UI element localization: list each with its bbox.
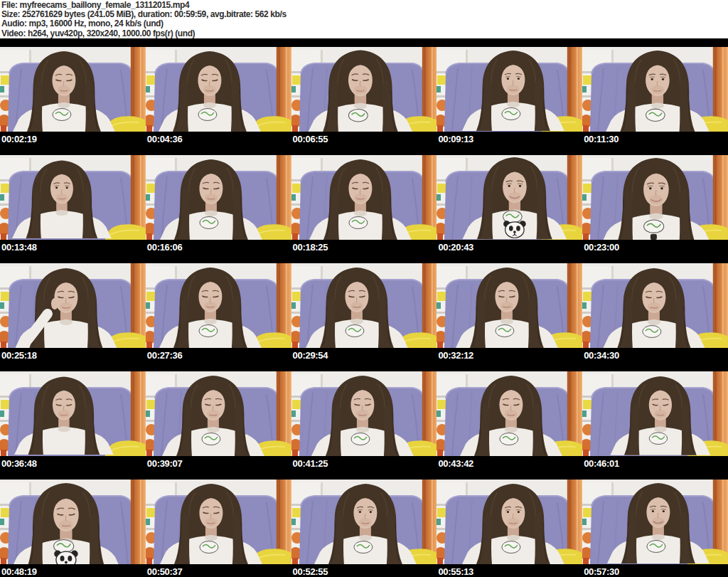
video-frame-thumbnail [146, 263, 291, 348]
video-frame-cell: 00:57:30 [582, 480, 728, 577]
meta-value-size: 252761629 bytes (241.05 MiB), duration: … [22, 9, 287, 19]
frame-timestamp: 00:48:19 [0, 564, 146, 577]
video-frame-cell: 00:04:36 [146, 47, 291, 155]
video-frame-thumbnail [0, 371, 146, 456]
video-frame-cell: 00:34:30 [582, 263, 728, 371]
frame-timestamp: 00:20:43 [437, 240, 582, 263]
frame-timestamp: 00:57:30 [582, 564, 728, 577]
video-frame-cell: 00:50:37 [146, 480, 291, 577]
meta-label-file: File: [1, 0, 18, 10]
frame-timestamp: 00:36:48 [0, 456, 146, 480]
video-frame-thumbnail [291, 480, 437, 564]
frame-timestamp: 00:32:12 [437, 348, 582, 371]
video-frame-thumbnail [146, 371, 291, 456]
frame-timestamp: 00:04:36 [146, 132, 291, 155]
video-frame-cell: 00:09:13 [437, 47, 582, 155]
meta-label-audio: Audio: [1, 18, 27, 28]
video-frame-thumbnail [0, 480, 146, 564]
frame-timestamp: 00:50:37 [146, 564, 291, 577]
frame-timestamp: 00:41:25 [291, 456, 437, 480]
frame-timestamp: 00:09:13 [437, 132, 582, 155]
video-frame-thumbnail [146, 47, 291, 132]
meta-value-audio: mp3, 16000 Hz, mono, 24 kb/s (und) [29, 18, 164, 28]
video-frame-thumbnail [0, 155, 146, 240]
frame-timestamp: 00:46:01 [582, 456, 728, 480]
frame-timestamp: 00:34:30 [582, 348, 728, 371]
frame-timestamp: 00:27:36 [146, 348, 291, 371]
video-frame-cell: 00:32:12 [437, 263, 582, 371]
video-frame-cell: 00:13:48 [0, 155, 146, 263]
video-frame-cell: 00:29:54 [291, 263, 437, 371]
frame-timestamp: 00:13:48 [0, 240, 146, 263]
video-frame-cell: 00:02:19 [0, 47, 146, 155]
video-frame-thumbnail [582, 371, 728, 456]
frame-timestamp: 00:18:25 [291, 240, 437, 263]
video-frame-cell: 00:43:42 [437, 371, 582, 480]
frame-timestamp: 00:43:42 [437, 456, 582, 480]
video-frame-thumbnail [582, 263, 728, 348]
meta-label-video: Video: [1, 28, 26, 38]
video-frame-cell: 00:52:55 [291, 480, 437, 577]
video-frame-thumbnail [146, 480, 291, 564]
video-frame-cell: 00:23:00 [582, 155, 728, 263]
video-frame-cell: 00:06:55 [291, 47, 437, 155]
frame-timestamp: 00:16:06 [146, 240, 291, 263]
meta-value-video: h264, yuv420p, 320x240, 1000.00 fps(r) (… [28, 28, 195, 38]
meta-line-video: Video: h264, yuv420p, 320x240, 1000.00 f… [1, 29, 725, 38]
thumbnail-sheet: File: myfreecams_baillony_female_1311201… [0, 0, 728, 577]
video-frame-cell: 00:36:48 [0, 371, 146, 480]
video-frame-thumbnail [437, 155, 582, 240]
frame-timestamp: 00:02:19 [0, 132, 146, 155]
video-frame-thumbnail [437, 480, 582, 564]
frame-timestamp: 00:23:00 [582, 240, 728, 263]
frame-timestamp: 00:11:30 [582, 132, 728, 155]
video-frame-cell: 00:48:19 [0, 480, 146, 577]
frame-timestamp: 00:55:13 [437, 564, 582, 577]
video-frame-thumbnail [291, 155, 437, 240]
video-frame-thumbnail [0, 263, 146, 348]
video-frame-cell: 00:16:06 [146, 155, 291, 263]
video-frame-thumbnail [437, 371, 582, 456]
video-frame-thumbnail [437, 47, 582, 132]
video-frame-cell: 00:39:07 [146, 371, 291, 480]
meta-value-file: myfreecams_baillony_female_13112015.mp4 [20, 0, 190, 10]
video-frame-cell: 00:46:01 [582, 371, 728, 480]
frame-timestamp: 00:29:54 [291, 348, 437, 371]
video-frame-cell: 00:11:30 [582, 47, 728, 155]
video-frame-cell: 00:41:25 [291, 371, 437, 480]
thumbnail-grid: 00:02:19 [0, 47, 728, 577]
video-frame-cell: 00:25:18 [0, 263, 146, 371]
video-frame-cell: 00:18:25 [291, 155, 437, 263]
meta-label-size: Size: [1, 9, 20, 19]
video-frame-thumbnail [582, 480, 728, 564]
frame-timestamp: 00:25:18 [0, 348, 146, 371]
video-frame-cell: 00:55:13 [437, 480, 582, 577]
file-metadata-header: File: myfreecams_baillony_female_1311201… [0, 0, 728, 38]
video-frame-thumbnail [437, 263, 582, 348]
video-frame-thumbnail [582, 155, 728, 240]
video-frame-thumbnail [291, 263, 437, 348]
video-frame-thumbnail [146, 155, 291, 240]
video-frame-cell: 00:20:43 [437, 155, 582, 263]
video-frame-thumbnail [291, 47, 437, 132]
video-frame-cell: 00:27:36 [146, 263, 291, 371]
video-frame-thumbnail [582, 47, 728, 132]
frame-timestamp: 00:39:07 [146, 456, 291, 480]
video-frame-thumbnail [0, 47, 146, 132]
frame-timestamp: 00:06:55 [291, 132, 437, 155]
frame-timestamp: 00:52:55 [291, 564, 437, 577]
video-frame-thumbnail [291, 371, 437, 456]
